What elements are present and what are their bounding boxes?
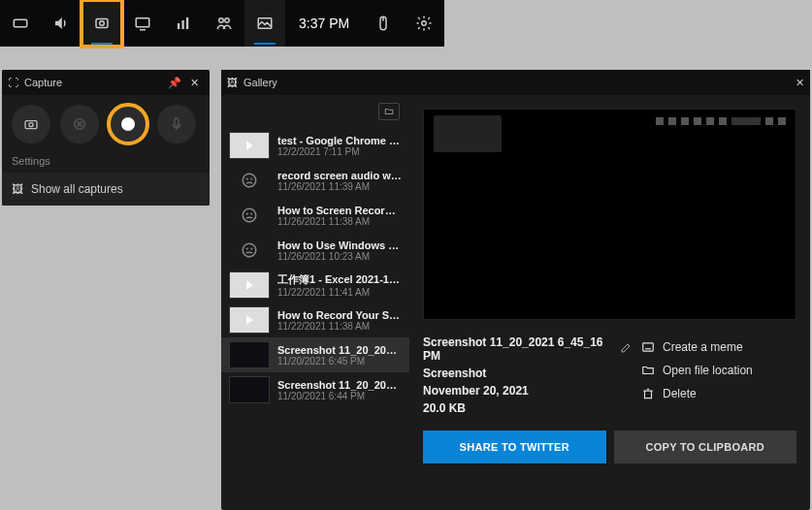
item-title: record screen audio windo... <box>277 170 402 181</box>
item-title: Screenshot 11_20_2021 6_45... <box>277 344 402 356</box>
svg-point-18 <box>246 178 247 179</box>
performance-icon[interactable] <box>122 0 163 47</box>
start-recording-button[interactable] <box>109 105 147 143</box>
volume-icon[interactable] <box>41 0 81 47</box>
svg-point-14 <box>29 123 33 127</box>
item-subtitle: 11/26/2021 11:38 AM <box>277 216 402 227</box>
microphone-button[interactable] <box>157 105 196 143</box>
gallery-title: Gallery <box>244 77 277 88</box>
settings-label: Settings <box>2 149 210 173</box>
item-subtitle: 11/20/2021 6:45 PM <box>277 356 402 367</box>
record-last-button[interactable] <box>60 105 99 143</box>
game-bar: 3:37 PM <box>0 0 444 47</box>
sad-face-icon <box>229 237 270 264</box>
svg-point-12 <box>422 21 427 26</box>
list-item[interactable]: How to Use Windows 10 Buil...11/26/2021 … <box>221 233 409 268</box>
thumbnail <box>229 132 270 159</box>
gallery-list: test - Google Chrome 2021-1...12/2/2021 … <box>221 95 409 510</box>
item-subtitle: 11/26/2021 11:39 AM <box>277 181 402 192</box>
svg-point-2 <box>100 21 105 26</box>
thumbnail <box>229 376 270 403</box>
chart-icon[interactable] <box>163 0 204 47</box>
gallery-detail: Screenshot 11_20_2021 6_45_16 PM Screens… <box>409 95 810 510</box>
svg-point-22 <box>251 213 252 214</box>
item-title: test - Google Chrome 2021-1... <box>277 135 402 146</box>
file-size: 20.0 KB <box>423 401 632 415</box>
delete-action[interactable]: Delete <box>641 382 796 405</box>
item-subtitle: 11/20/2021 6:44 PM <box>277 391 402 401</box>
item-title: How to Screen Record on W... <box>277 205 402 216</box>
sad-face-icon <box>229 167 270 194</box>
svg-point-24 <box>246 248 247 249</box>
item-title: How to Record Your Screen... <box>277 309 402 321</box>
xbox-icon[interactable] <box>0 0 41 47</box>
list-item[interactable]: How to Screen Record on W...11/26/2021 1… <box>221 198 409 233</box>
svg-rect-26 <box>643 343 654 351</box>
list-item[interactable]: Screenshot 11_20_2021 6_45...11/20/2021 … <box>221 337 409 372</box>
list-item[interactable]: test - Google Chrome 2021-1...12/2/2021 … <box>221 128 409 163</box>
svg-point-23 <box>243 243 256 257</box>
pin-icon[interactable]: 📌 <box>165 77 184 89</box>
list-item[interactable]: record screen audio windo...11/26/2021 1… <box>221 163 409 198</box>
capture-title: Capture <box>24 77 62 88</box>
open-folder-button[interactable] <box>378 103 400 120</box>
thumbnail <box>229 271 270 299</box>
camera-small-icon: ⛶ <box>8 77 18 88</box>
file-date: November 20, 2021 <box>423 384 632 398</box>
screenshot-button[interactable] <box>12 105 50 143</box>
thumbnail <box>229 306 270 334</box>
svg-point-21 <box>246 213 247 214</box>
settings-icon[interactable] <box>404 0 444 47</box>
list-item[interactable]: 工作簿1 - Excel 2021-11-22 11...11/22/2021 … <box>221 268 409 303</box>
item-subtitle: 11/22/2021 11:38 AM <box>277 321 402 332</box>
svg-rect-4 <box>178 23 179 29</box>
thumbnail <box>229 341 270 368</box>
sad-face-icon <box>229 202 270 229</box>
capture-widget-icon[interactable] <box>81 0 122 47</box>
gallery-small-icon: 🖼 <box>227 77 238 88</box>
svg-rect-3 <box>136 18 149 27</box>
svg-rect-13 <box>25 121 37 129</box>
edit-name-icon[interactable] <box>620 342 632 357</box>
file-name: Screenshot 11_20_2021 6_45_16 PM <box>423 335 614 363</box>
gallery-small-icon: 🖼 <box>12 182 23 196</box>
gallery-widget-icon[interactable] <box>244 0 285 47</box>
svg-point-20 <box>243 208 256 222</box>
show-all-captures[interactable]: 🖼 Show all captures <box>2 173 210 206</box>
item-title: How to Use Windows 10 Buil... <box>277 239 402 251</box>
capture-header: ⛶ Capture 📌 ✕ <box>2 70 210 95</box>
open-location-action[interactable]: Open file location <box>641 359 796 382</box>
gallery-header: 🖼 Gallery ✕ <box>221 70 810 95</box>
meta-info: Screenshot 11_20_2021 6_45_16 PM Screens… <box>423 335 632 419</box>
svg-rect-16 <box>175 118 179 126</box>
item-title: 工作簿1 - Excel 2021-11-22 11... <box>277 272 402 287</box>
copy-clipboard-button[interactable]: COPY TO CLIPBOARD <box>614 430 797 463</box>
list-item[interactable]: How to Record Your Screen...11/22/2021 1… <box>221 303 409 337</box>
social-icon[interactable] <box>204 0 244 47</box>
svg-point-8 <box>225 18 230 23</box>
item-subtitle: 11/22/2021 11:41 AM <box>277 287 402 298</box>
list-item[interactable]: Screenshot 11_20_2021 6_44...11/20/2021 … <box>221 372 409 407</box>
mouse-icon[interactable] <box>363 0 404 47</box>
gallery-panel: 🖼 Gallery ✕ test - Google Chrome 2021-1.… <box>221 70 810 510</box>
close-icon[interactable]: ✕ <box>796 77 804 89</box>
share-twitter-button[interactable]: SHARE TO TWITTER <box>423 430 606 463</box>
svg-point-7 <box>219 18 224 23</box>
create-meme-action[interactable]: Create a meme <box>641 335 796 359</box>
show-all-label: Show all captures <box>31 182 123 196</box>
preview-image <box>423 109 796 320</box>
svg-rect-0 <box>14 19 27 27</box>
svg-rect-1 <box>96 19 108 28</box>
svg-point-19 <box>251 178 252 179</box>
svg-rect-5 <box>182 20 184 29</box>
item-title: Screenshot 11_20_2021 6_44... <box>277 379 402 391</box>
item-subtitle: 12/2/2021 7:11 PM <box>277 146 402 157</box>
svg-rect-6 <box>186 17 188 29</box>
close-icon[interactable]: ✕ <box>184 77 204 89</box>
capture-panel: ⛶ Capture 📌 ✕ Settings 🖼 Show all captur… <box>2 70 210 206</box>
file-type: Screenshot <box>423 367 632 380</box>
clock: 3:37 PM <box>285 0 363 47</box>
svg-point-17 <box>243 174 256 187</box>
item-subtitle: 11/26/2021 10:23 AM <box>277 251 402 262</box>
svg-point-25 <box>251 248 252 249</box>
